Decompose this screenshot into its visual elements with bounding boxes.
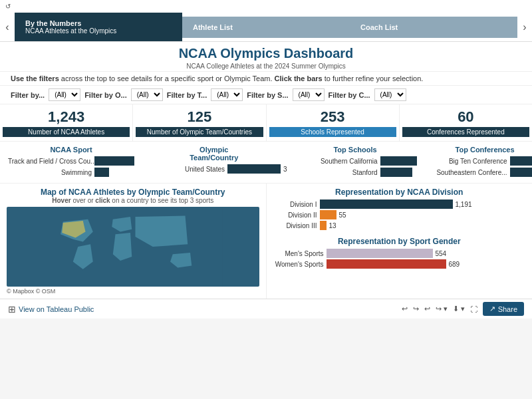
charts-row: NCAA Sport Track and Field / Cross Cou..… [0,141,532,183]
sport-label-tf: Track and Field / Cross Cou... [8,158,94,165]
footer-right: ↩ ↪ ↩ ↪ ▾ ⬇ ▾ ⛶ ↗ Share [402,302,524,316]
conf-bar-sec-segment [510,168,532,177]
top-schools-title: Top Schools [294,146,417,154]
gender-title: Representation by Sport Gender [273,237,526,246]
kpi-teams-label: Number of Olympic Team/Countries [136,127,263,137]
filter-t-label: Filter by T... [167,91,207,99]
kpi-conferences[interactable]: 60 Conferences Represented [400,104,532,141]
olympic-team-title: OlympicTeam/Country [141,146,287,162]
click-strong: click [95,197,110,204]
country-bar-us[interactable]: United States 3 [141,164,287,174]
info-filters-strong: Use the filters [11,74,59,82]
sport-label-sw: Swimming [8,169,94,176]
gender-label-women: Women's Sports [273,261,327,268]
filter-s-select[interactable]: (All) [293,88,325,101]
gender-bar-men-segment [327,249,433,258]
share-button[interactable]: ↗ Share [483,302,524,316]
right-section: Representation by NCAA Division Division… [267,184,533,299]
school-bar-usc[interactable]: Southern California [294,156,417,166]
kpi-schools-number: 253 [269,108,396,126]
hover-strong: Hover [52,197,70,204]
sport-bar-tf[interactable]: Track and Field / Cross Cou... [8,156,134,166]
map-subtitle: Hover over or click on a country to see … [7,197,259,204]
nav-right-arrow[interactable]: › [517,15,532,40]
top-schools-chart: Top Schools Southern California Stanford [294,146,417,179]
gender-bar-women[interactable]: Women's Sports 689 [273,259,526,269]
division-bar-III-segment [320,221,327,230]
refresh-icon[interactable]: ↺ [5,3,11,10]
share-icon: ↗ [489,305,495,313]
redo-button[interactable]: ↪ [413,305,419,313]
filter-t-select[interactable]: (All) [211,88,243,101]
fullscreen-icon[interactable]: ⛶ [470,305,477,313]
kpi-conferences-number: 60 [402,108,529,126]
subtitle: NCAA College Athletes at the 2024 Summer… [8,63,524,70]
kpi-schools[interactable]: 253 Schools Represented [267,104,400,141]
forward-dropdown[interactable]: ↪ ▾ [436,305,448,313]
back-button[interactable]: ↩ [424,305,430,313]
map-placeholder[interactable] [7,207,259,287]
kpi-teams-number: 125 [136,108,263,126]
division-bar-I[interactable]: Division I 1,191 [273,200,526,209]
tab-athlete-list[interactable]: Athlete List [182,17,350,38]
division-bar-II[interactable]: Division II 55 [273,210,526,219]
division-num-I: 1,191 [453,201,472,208]
kpi-athletes-number: 1,243 [3,108,130,126]
division-label-I: Division I [273,201,320,208]
kpi-teams[interactable]: 125 Number of Olympic Team/Countries [133,104,266,141]
top-conferences-title: Top Conferences [424,146,532,154]
tab-by-numbers-line2: NCAA Athletes at the Olympics [25,27,172,35]
info-text: across the top to see details for a spec… [61,74,275,82]
bottom-row: Map of NCAA Athletes by Olympic Team/Cou… [0,183,532,299]
svg-rect-0 [43,207,223,287]
footer-left: ⊞ View on Tableau Public [8,304,94,315]
conf-bar-big10[interactable]: Big Ten Conference [424,156,532,166]
footer: ⊞ View on Tableau Public ↩ ↪ ↩ ↪ ▾ ⬇ ▾ ⛶… [0,299,532,319]
world-map-svg [7,207,259,287]
tableau-public-link[interactable]: View on Tableau Public [19,305,94,313]
nav-left-arrow[interactable]: ‹ [0,15,15,40]
school-label-usc: Southern California [294,158,380,165]
division-num-III: 13 [327,222,336,229]
kpi-schools-label: Schools Represented [269,127,396,137]
gender-bar-men[interactable]: Men's Sports 554 [273,249,526,258]
tab-coach-label: Coach List [360,23,507,31]
top-conferences-chart: Top Conferences Big Ten Conference South… [424,146,532,179]
division-bar-III[interactable]: Division III 13 [273,221,526,230]
tab-coach-list[interactable]: Coach List [350,17,517,38]
tab-by-numbers[interactable]: By the Numbers NCAA Athletes at the Olym… [15,13,182,41]
tab-by-numbers-line1: By the Numbers [25,19,172,27]
school-bar-stanford[interactable]: Stanford [294,168,417,177]
info-bar: Use the filters across the top to see de… [0,71,532,85]
filter-by-select[interactable]: (All) [49,88,80,101]
school-bar-stanford-segment [380,168,412,177]
info-text2: to further refine your selection. [325,74,424,82]
ncaa-sport-chart: NCAA Sport Track and Field / Cross Cou..… [8,146,134,179]
olympic-team-chart: OlympicTeam/Country United States 3 [141,146,287,179]
filter-c-select[interactable]: (All) [374,88,406,101]
undo-button[interactable]: ↩ [402,305,408,313]
kpi-athletes[interactable]: 1,243 Number of NCAA Athletes [0,104,133,141]
kpi-row: 1,243 Number of NCAA Athletes 125 Number… [0,104,532,141]
conf-bar-sec[interactable]: Southeastern Confere... [424,168,532,177]
map-section: Map of NCAA Athletes by Olympic Team/Cou… [0,184,267,299]
conf-label-sec: Southeastern Confere... [424,169,510,176]
download-icon[interactable]: ⬇ ▾ [453,305,465,313]
sport-bar-tf-segment [94,156,134,166]
sport-bar-sw-segment [94,168,109,177]
map-credit: © Mapbox © OSM [7,288,259,295]
main-title: NCAA Olympics Dashboard [8,46,524,61]
ncaa-sport-title: NCAA Sport [8,146,134,154]
refresh-bar: ↺ [0,0,532,13]
filter-bar: Filter by... (All) Filter by O... (All) … [0,85,532,104]
kpi-conferences-label: Conferences Represented [402,127,529,137]
share-label: Share [498,305,517,313]
filter-s-label: Filter by S... [247,91,288,99]
division-bar-I-segment [320,200,453,209]
division-num-II: 55 [336,211,346,219]
filter-o-select[interactable]: (All) [131,88,163,101]
gender-label-men: Men's Sports [273,250,327,257]
filter-by-label: Filter by... [11,91,45,99]
sport-bar-sw[interactable]: Swimming [8,168,134,177]
info-click-strong: Click the bars [275,74,323,82]
